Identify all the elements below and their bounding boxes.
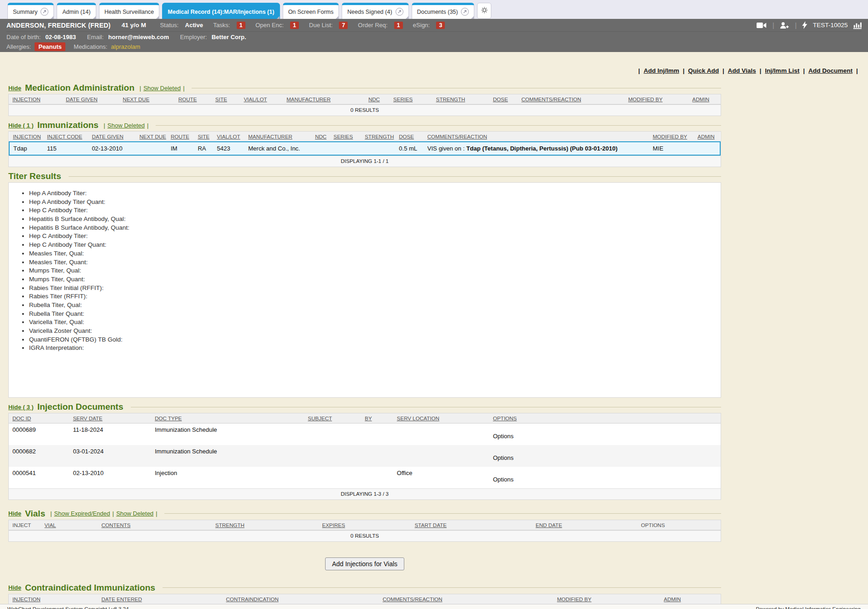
tab-health-surveillance[interactable]: Health Surveillance	[99, 3, 160, 19]
col-header[interactable]: SUBJECT	[304, 413, 361, 423]
tab-on-screen-forms[interactable]: On Screen Forms	[283, 3, 339, 19]
col-header[interactable]: MANUFACTURER	[283, 94, 365, 104]
cell-vial-lot: 5423	[213, 142, 245, 155]
patient-age-sex: 41 y/o M	[122, 22, 146, 29]
options-link[interactable]: Options	[493, 433, 514, 440]
add-document-link[interactable]: Add Document	[808, 67, 852, 74]
injection-documents-hide-link[interactable]: Hide ( 3 )	[8, 404, 34, 411]
col-header[interactable]: DATE GIVEN	[88, 132, 135, 142]
col-header[interactable]: ADMIN	[688, 94, 721, 104]
col-header[interactable]: OPTIONS	[489, 413, 721, 423]
add-injections-for-vials-button[interactable]: Add Injections for Vials	[325, 557, 404, 570]
options-link[interactable]: Options	[493, 476, 514, 483]
col-header[interactable]: STRENGTH	[432, 94, 489, 104]
col-header[interactable]: INJECTION	[9, 132, 43, 142]
vials-hide-link[interactable]: Hide	[8, 510, 21, 517]
col-header[interactable]: SITE	[194, 132, 213, 142]
col-header[interactable]: SERV DATE	[69, 413, 151, 423]
col-header[interactable]: ADMIN	[660, 594, 721, 604]
col-header[interactable]: MODIFIED BY	[649, 132, 694, 142]
col-header[interactable]: MANUFACTURER	[245, 132, 311, 142]
list-item: Measles Titer, Qual:	[29, 250, 721, 257]
col-header[interactable]: SERIES	[330, 132, 361, 142]
cell-doc-type: Immunization Schedule	[151, 423, 304, 445]
divider: |	[795, 21, 797, 29]
col-header[interactable]: INJECTION	[9, 594, 98, 604]
col-header[interactable]: DOSE	[395, 132, 424, 142]
options-link[interactable]: Options	[493, 454, 514, 461]
col-header: INJECT	[9, 520, 41, 530]
col-header[interactable]: CONTENTS	[98, 520, 211, 530]
col-header[interactable]: CONTRAINDICATION	[222, 594, 379, 604]
col-header[interactable]: VIAL/LOT	[240, 94, 283, 104]
order-req-badge[interactable]: 1	[394, 22, 403, 29]
col-header[interactable]: INJECT CODE	[43, 132, 88, 142]
document-row[interactable]: 0000541 02-13-2010 Injection Office Opti…	[9, 467, 721, 488]
col-header[interactable]: END DATE	[532, 520, 637, 530]
col-header[interactable]: STRENGTH	[212, 520, 319, 530]
col-header[interactable]: VIAL	[41, 520, 98, 530]
open-enc-badge[interactable]: 1	[290, 22, 299, 29]
col-header[interactable]: SITE	[212, 94, 240, 104]
add-vials-link[interactable]: Add Vials	[728, 67, 756, 74]
col-header[interactable]: NDC	[365, 94, 390, 104]
add-person-icon[interactable]	[780, 22, 789, 29]
tab-documents[interactable]: Documents (35)	[412, 3, 475, 19]
document-row[interactable]: 0000689 11-18-2024 Immunization Schedule…	[9, 423, 721, 445]
popout-icon[interactable]	[396, 8, 403, 16]
col-header[interactable]: COMMENTS/REACTION	[424, 132, 649, 142]
flowsheet-chart-icon[interactable]	[853, 21, 862, 29]
tab-admin-label: Admin (14)	[62, 9, 90, 15]
col-header[interactable]: EXPIRES	[318, 520, 411, 530]
document-row[interactable]: 0000682 03-01-2024 Immunization Schedule…	[9, 445, 721, 467]
vials-show-expired-link[interactable]: Show Expired/Ended	[54, 510, 110, 517]
col-header[interactable]: NEXT DUE	[136, 132, 167, 142]
col-header[interactable]: STRENGTH	[361, 132, 395, 142]
col-header[interactable]: SERIES	[390, 94, 432, 104]
popout-icon[interactable]	[41, 8, 48, 16]
col-header[interactable]: NEXT DUE	[119, 94, 175, 104]
col-header[interactable]: NDC	[311, 132, 330, 142]
popout-icon[interactable]	[461, 8, 469, 16]
due-list-badge[interactable]: 7	[339, 22, 348, 29]
col-header[interactable]: DOC ID	[9, 413, 69, 423]
col-header[interactable]: DOC TYPE	[151, 413, 304, 423]
contraindicated-hide-link[interactable]: Hide	[8, 584, 21, 591]
col-header[interactable]: DATE GIVEN	[62, 94, 119, 104]
col-header[interactable]: SERV LOCATION	[393, 413, 489, 423]
immunizations-hide-link[interactable]: Hide ( 1 )	[8, 122, 34, 129]
lightning-bolt-icon[interactable]	[802, 21, 807, 29]
tab-needs-signed[interactable]: Needs Signed (4)	[342, 3, 408, 19]
video-camera-icon[interactable]	[757, 22, 767, 29]
tab-admin[interactable]: Admin (14)	[57, 3, 96, 19]
med-admin-hide-link[interactable]: Hide	[8, 85, 21, 92]
col-header[interactable]: COMMENTS/REACTION	[379, 594, 553, 604]
allergy-badge[interactable]: Peanuts	[35, 42, 65, 51]
immunization-row-tdap[interactable]: Tdap 115 02-13-2010 IM RA 5423 Merck and…	[9, 142, 720, 155]
col-header[interactable]: MODIFIED BY	[553, 594, 660, 604]
col-header[interactable]: ROUTE	[167, 132, 194, 142]
tasks-badge[interactable]: 1	[237, 22, 245, 29]
col-header[interactable]: ADMIN	[694, 132, 720, 142]
patient-header: ANDERSON, FREDERICK (FRED) 41 y/o M Stat…	[0, 19, 868, 52]
col-header[interactable]: MODIFIED BY	[624, 94, 688, 104]
col-header[interactable]: DOSE	[489, 94, 518, 104]
col-header[interactable]: BY	[361, 413, 393, 423]
settings-gear-button[interactable]	[477, 3, 491, 19]
col-header[interactable]: COMMENTS/REACTION	[518, 94, 624, 104]
tab-medical-record-active[interactable]: Medical Record (14):MAR/Injections (1)	[162, 3, 280, 19]
inj-imm-list-link[interactable]: Inj/Imm List	[765, 67, 799, 74]
col-header[interactable]: DATE ENTERED	[98, 594, 222, 604]
col-header[interactable]: START DATE	[411, 520, 532, 530]
immunizations-show-deleted-link[interactable]: Show Deleted	[107, 122, 145, 129]
quick-add-link[interactable]: Quick Add	[688, 67, 719, 74]
med-admin-show-deleted-link[interactable]: Show Deleted	[143, 85, 181, 92]
vials-show-deleted-link[interactable]: Show Deleted	[116, 510, 153, 517]
col-header[interactable]: ROUTE	[175, 94, 211, 104]
tab-summary[interactable]: Summary	[7, 3, 54, 19]
esign-badge[interactable]: 3	[436, 22, 445, 29]
add-inj-imm-link[interactable]: Add Inj/Imm	[644, 67, 679, 74]
medication-value[interactable]: alprazolam	[111, 43, 140, 50]
col-header[interactable]: VIAL/LOT	[213, 132, 245, 142]
col-header[interactable]: INJECTION	[9, 94, 62, 104]
